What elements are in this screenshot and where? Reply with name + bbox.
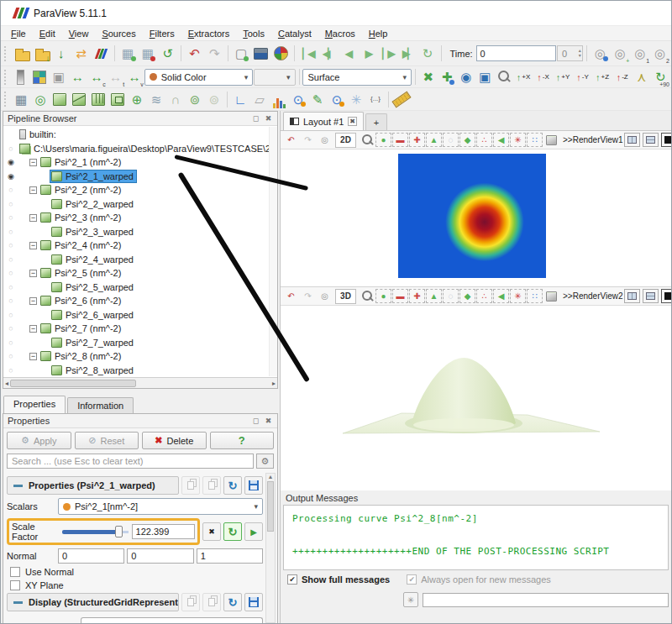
select-cells-through-icon[interactable]: ✚ (409, 289, 425, 303)
color-palette-icon[interactable] (271, 45, 291, 63)
color-by-combo[interactable]: Solid Color▾ (144, 69, 254, 86)
glyph-icon[interactable]: ⊕ (128, 90, 146, 108)
close-tab-icon[interactable]: ✖ (348, 117, 357, 126)
reload-display-button[interactable]: ↻ (223, 593, 242, 611)
python-calculator-icon[interactable]: ✎ (308, 90, 327, 108)
set-view-minus-y-icon[interactable]: ↑-Y (573, 69, 592, 86)
visibility-eye-icon[interactable]: ○ (3, 352, 18, 360)
scroll-left-icon[interactable]: ◂ (5, 380, 8, 387)
visibility-eye-icon[interactable]: ○ (3, 269, 18, 277)
visibility-eye-icon[interactable]: ○ (3, 311, 18, 319)
rescale-data-range-icon[interactable]: ↔ (69, 68, 87, 87)
split-vertical-button[interactable] (643, 289, 659, 303)
menu-tools[interactable]: Tools (236, 28, 271, 39)
hover-points-icon[interactable]: ∷ (527, 289, 543, 303)
set-view-plus-x-icon[interactable]: ↑+X (514, 69, 533, 86)
threshold-icon[interactable] (89, 90, 108, 108)
menu-catalyst[interactable]: Catalyst (271, 28, 318, 39)
visibility-eye-icon[interactable]: ○ (3, 241, 18, 249)
slider-handle[interactable] (115, 526, 123, 537)
pipeline-item[interactable]: ○Psi^2_8_warped (3, 364, 277, 378)
save-defaults-button[interactable] (244, 476, 263, 495)
visibility-eye-icon[interactable]: ○ (3, 228, 18, 236)
abort-progress-button[interactable]: ✳ (403, 592, 418, 607)
auto-apply-icon[interactable] (92, 45, 111, 63)
view-link-label-rv1[interactable]: >>RenderView1 (563, 135, 623, 144)
apply-button[interactable]: ⚙Apply (7, 432, 71, 449)
new-layout-tab[interactable]: + (365, 113, 387, 130)
pipeline-vscrollbar[interactable] (269, 127, 277, 376)
first-frame-icon[interactable]: ▏◀ (298, 45, 318, 63)
select-points-on-icon[interactable]: ▬ (392, 289, 408, 303)
delete-button[interactable]: ✖Delete (142, 432, 207, 449)
always-open-checkbox[interactable]: ✔ (407, 574, 417, 585)
rescale-custom-range-icon[interactable]: ↔c (87, 68, 106, 87)
help-button[interactable]: ? (210, 432, 275, 449)
visibility-eye-icon[interactable]: ○ (3, 200, 18, 208)
close-panel-icon[interactable]: ✖ (264, 417, 273, 425)
representation-combo[interactable]: Surface▾ (302, 69, 412, 86)
camera-redo-icon[interactable]: ↷ (300, 133, 316, 147)
histogram-icon[interactable] (270, 90, 288, 108)
pipeline-item[interactable]: ○−Psi^2_4 (nm^-2) (3, 239, 277, 253)
capture-screenshot-icon[interactable]: ◎ (317, 133, 333, 147)
isometric-view-icon[interactable]: ⋏ (633, 68, 651, 87)
maximize-button[interactable] (661, 133, 672, 147)
select-cells-on-icon[interactable]: ● (375, 133, 391, 147)
plot-over-line-icon[interactable]: ∟ (231, 90, 249, 108)
play-backward-icon[interactable]: ◀ (339, 45, 358, 63)
normal-y-input[interactable]: 0 (127, 548, 193, 564)
pipeline-item[interactable]: ○−Psi^2_7 (nm^-2) (3, 322, 277, 336)
paste-properties-button[interactable] (202, 476, 221, 495)
pipeline-item[interactable]: ○−Psi^2_8 (nm^-2) (3, 349, 277, 364)
copy-properties-button[interactable] (181, 476, 200, 495)
next-frame-icon[interactable]: ▏▶ (378, 45, 397, 63)
visibility-eye-icon[interactable]: ○ (3, 213, 18, 222)
copy-display-button[interactable] (181, 593, 200, 611)
pipeline-item[interactable]: ◉−Psi^2_1 (nm^-2) (3, 155, 277, 170)
pipeline-item[interactable]: ○Psi^2_2_warped (3, 197, 277, 212)
set-view-minus-x-icon[interactable]: ↑-X (533, 69, 553, 86)
visibility-eye-icon[interactable]: ○ (3, 324, 18, 333)
select-cells-through-icon[interactable]: ✚ (409, 133, 425, 147)
split-horizontal-button[interactable] (624, 289, 640, 303)
extract-block-icon[interactable]: ⊚ (205, 90, 223, 108)
camera-undo-icon[interactable]: ↶ (283, 289, 299, 303)
select-points-on-icon[interactable]: ▬ (392, 133, 408, 147)
reset-to-default-button[interactable]: ✖ (202, 522, 221, 541)
reset-camera-icon[interactable]: ✖ (419, 68, 438, 87)
reload-properties-button[interactable]: ↻ (223, 476, 242, 495)
pipeline-item[interactable]: ○Psi^2_3_warped (3, 225, 277, 239)
visibility-eye-icon[interactable]: ○ (3, 144, 18, 153)
select-points-polygon-icon[interactable]: ∴ (476, 289, 492, 303)
visibility-eye-icon[interactable]: ○ (3, 283, 18, 291)
warp-by-scalar-icon[interactable]: ∩ (166, 90, 185, 108)
tab-properties[interactable]: Properties (3, 396, 66, 413)
renderview1-viewport[interactable] (281, 149, 671, 287)
pipeline-item[interactable]: ○Psi^2_6_warped (3, 308, 277, 322)
save-display-defaults-button[interactable] (244, 593, 263, 611)
tree-expander-icon[interactable]: − (29, 159, 37, 166)
zoom-to-box-icon[interactable] (495, 68, 513, 87)
search-input[interactable]: Search ... (use Esc to clear text) (7, 454, 254, 469)
pipeline-item[interactable]: ○Psi^2_5_warped (3, 281, 277, 295)
visibility-eye-icon[interactable]: ○ (3, 255, 18, 264)
temporal-interpolator-icon[interactable]: ✳ (347, 90, 365, 108)
scalars-combo[interactable]: Psi^2_1[nm^-2] ▾ (58, 498, 263, 515)
properties-scrollbar[interactable]: ▲ (265, 473, 276, 623)
view-mode-toggle-rv1[interactable]: 2D (335, 133, 356, 148)
loop-icon[interactable]: ↻ (418, 45, 438, 63)
contour-icon[interactable]: ◎ (31, 90, 50, 108)
maximize-button[interactable] (661, 289, 672, 303)
scale-factor-slider[interactable] (62, 526, 129, 537)
show-full-messages-checkbox[interactable]: ✔ (287, 574, 297, 585)
redo-icon[interactable]: ↷ (205, 45, 224, 63)
save-camera-icon[interactable]: ◎+ (611, 45, 630, 63)
toggle-color-legend-icon[interactable] (12, 68, 30, 87)
tree-expander-icon[interactable]: − (29, 214, 37, 222)
interactive-select-cells-data-icon[interactable]: ◀ (493, 133, 509, 147)
pipeline-item[interactable]: ◉Psi^2_1_warped (3, 170, 277, 184)
normal-x-input[interactable]: 0 (58, 548, 124, 564)
run-script-button[interactable]: ▶ (244, 522, 263, 541)
select-cells-polygon-icon[interactable]: ◆ (459, 289, 475, 303)
